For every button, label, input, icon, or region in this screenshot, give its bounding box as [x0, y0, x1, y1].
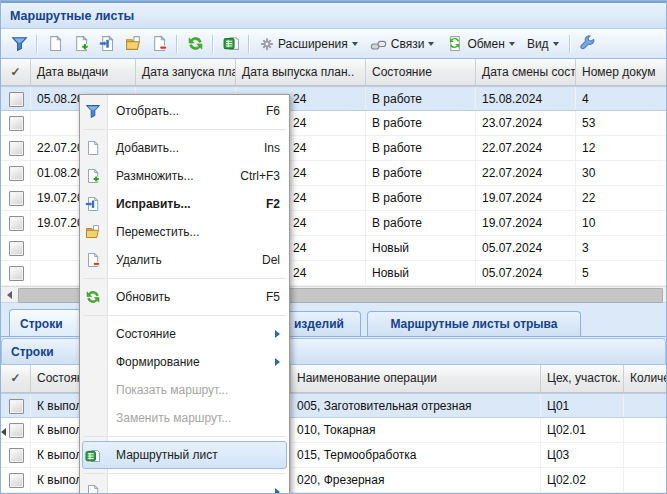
excel-export-button[interactable]	[219, 32, 243, 56]
exchange-menu-label: Обмен	[467, 37, 505, 51]
row-checkbox[interactable]	[9, 191, 24, 206]
lines-panel-title: Строки	[11, 345, 54, 359]
chevron-down-icon	[509, 42, 515, 46]
row-checkbox[interactable]	[9, 92, 24, 107]
menu-item-delete[interactable]: Удалить Del	[80, 246, 289, 274]
chevron-down-icon	[428, 42, 434, 46]
header-workshop[interactable]: Цех, участок.	[541, 365, 624, 392]
page-title: Маршрутные листы	[10, 9, 134, 23]
submenu-arrow-icon	[275, 358, 280, 366]
refresh-button[interactable]	[183, 32, 207, 56]
extensions-menu-label: Расширения	[278, 37, 348, 51]
row-checkbox[interactable]	[9, 116, 24, 131]
duplicate-button[interactable]	[69, 32, 93, 56]
links-menu-button[interactable]: Связи	[365, 32, 440, 56]
open-folder-icon	[125, 35, 142, 52]
scroll-left-button[interactable]	[1, 287, 17, 303]
menu-separator	[83, 436, 286, 437]
header-check-column[interactable]: ✓	[1, 59, 31, 85]
gear-icon	[260, 37, 274, 51]
extensions-menu-button[interactable]: Расширения	[255, 32, 363, 56]
header-state-date[interactable]: Дата смены состояния	[476, 59, 576, 85]
refresh-icon	[187, 35, 204, 52]
move-button[interactable]	[121, 32, 145, 56]
header-launch-date[interactable]: Дата запуска план.	[136, 59, 236, 85]
toolbar-separator	[176, 35, 178, 53]
open-folder-icon	[85, 224, 101, 240]
app-window: Маршрутные листы Расширения Связи Обмен	[0, 0, 667, 494]
menu-item-route-sheet[interactable]: Маршрутный лист	[82, 441, 287, 469]
header-plan-date[interactable]: Дата выпуска план..	[236, 59, 366, 85]
chevron-down-icon	[352, 42, 358, 46]
menu-separator	[83, 278, 286, 279]
toolbar-separator	[569, 35, 571, 53]
header-doc-number[interactable]: Номер докум	[576, 59, 666, 85]
collapse-left-icon	[1, 428, 6, 436]
row-checkbox[interactable]	[9, 216, 24, 231]
menu-item-forming[interactable]: Формирование	[80, 348, 289, 376]
menu-item-state[interactable]: Состояние	[80, 320, 289, 348]
submenu-arrow-icon	[275, 330, 280, 338]
route-sheets-grid-header: ✓ Дата выдачи Дата запуска план. Дата вы…	[1, 59, 666, 86]
wrench-icon	[579, 35, 596, 52]
menu-separator	[83, 473, 286, 474]
menu-item-show-route: Показать маршрут...	[80, 376, 289, 404]
scroll-left-icon	[7, 291, 12, 299]
filter-icon	[11, 35, 28, 52]
menu-item-partial[interactable]	[80, 478, 289, 494]
document-edit-icon	[85, 196, 101, 212]
new-document-icon	[85, 484, 101, 494]
menu-item-duplicate[interactable]: Размножить... Ctrl+F3	[80, 162, 289, 190]
menu-item-add[interactable]: Добавить... Ins	[80, 134, 289, 162]
row-checkbox[interactable]	[9, 241, 24, 256]
excel-icon	[85, 448, 101, 464]
document-minus-icon	[151, 35, 168, 52]
row-checkbox[interactable]	[9, 448, 24, 463]
header-quantity[interactable]: Количество	[624, 365, 666, 392]
exchange-icon	[446, 35, 463, 52]
excel-icon	[223, 35, 240, 52]
panel-header: Маршрутные листы	[1, 1, 666, 29]
toolbar-separator	[248, 35, 250, 53]
context-menu: Отобрать... F6 Добавить... Ins Размножит…	[79, 94, 290, 494]
row-checkbox[interactable]	[9, 473, 24, 488]
row-checkbox[interactable]	[9, 399, 24, 414]
exchange-menu-button[interactable]: Обмен	[441, 32, 520, 56]
header-check-column[interactable]: ✓	[1, 365, 31, 392]
delete-button[interactable]	[147, 32, 171, 56]
header-issue-date[interactable]: Дата выдачи	[31, 59, 136, 85]
menu-item-edit[interactable]: Исправить... F2	[80, 190, 289, 218]
menu-item-move[interactable]: Переместить...	[80, 218, 289, 246]
header-operation-name[interactable]: Наименование операции	[291, 365, 541, 392]
refresh-icon	[85, 289, 101, 305]
row-checkbox[interactable]	[9, 423, 24, 438]
new-document-icon	[85, 140, 101, 156]
menu-separator	[83, 315, 286, 316]
new-document-icon	[47, 35, 64, 52]
document-minus-icon	[85, 252, 101, 268]
filter-button[interactable]	[7, 32, 31, 56]
row-checkbox[interactable]	[9, 166, 24, 181]
menu-item-replace-route: Заменить маршрут...	[80, 404, 289, 432]
tab-tear-off-route-sheets[interactable]: Маршрутные листы отрыва	[367, 311, 581, 336]
links-menu-label: Связи	[391, 37, 425, 51]
settings-button[interactable]	[576, 32, 600, 56]
menu-separator	[83, 129, 286, 130]
view-menu-button[interactable]: Вид	[522, 32, 564, 56]
document-plus-icon	[85, 168, 101, 184]
edit-button[interactable]	[95, 32, 119, 56]
header-state[interactable]: Состояние	[366, 59, 476, 85]
menu-item-refresh[interactable]: Обновить F5	[80, 283, 289, 311]
filter-icon	[85, 103, 101, 119]
toolbar: Расширения Связи Обмен Вид	[1, 29, 666, 59]
chevron-down-icon	[553, 42, 559, 46]
document-edit-icon	[99, 35, 116, 52]
row-checkbox[interactable]	[9, 266, 24, 281]
toolbar-separator	[36, 35, 38, 53]
toolbar-separator	[212, 35, 214, 53]
splitter-collapse-handle[interactable]	[1, 425, 8, 439]
row-checkbox[interactable]	[9, 141, 24, 156]
menu-item-filter[interactable]: Отобрать... F6	[80, 97, 289, 125]
view-menu-label: Вид	[527, 37, 549, 51]
add-button[interactable]	[43, 32, 67, 56]
